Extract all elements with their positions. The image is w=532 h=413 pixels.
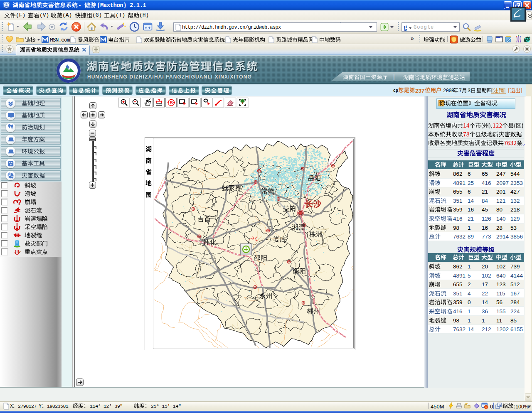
svg-text:S: S — [170, 100, 173, 105]
